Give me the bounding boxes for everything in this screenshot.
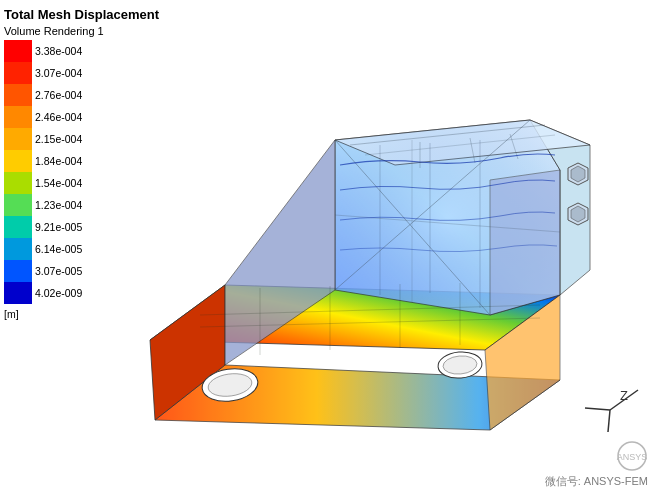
- legend-color-swatch: [4, 282, 32, 304]
- legend-value-label: 4.02e-009: [35, 287, 82, 299]
- main-container: Z Total Mesh Displacement Volume Renderi…: [0, 0, 658, 501]
- watermark-text: 微信号: ANSYS-FEM: [545, 474, 648, 489]
- sub-title: Volume Rendering 1: [4, 24, 159, 38]
- legend-value-label: 9.21e-005: [35, 221, 82, 233]
- legend-color-swatch: [4, 84, 32, 106]
- legend-color-swatch: [4, 172, 32, 194]
- legend-color-swatch: [4, 216, 32, 238]
- legend-item: 1.84e-004: [4, 150, 82, 172]
- svg-marker-19: [490, 170, 560, 315]
- legend-item: 2.46e-004: [4, 106, 82, 128]
- legend-value-label: 3.07e-005: [35, 265, 82, 277]
- legend-value-label: 2.46e-004: [35, 111, 82, 123]
- legend-item: 3.07e-004: [4, 62, 82, 84]
- legend-item: 6.14e-005: [4, 238, 82, 260]
- visualization-scene: Z: [0, 0, 658, 501]
- watermark: ANSYS 微信号: ANSYS-FEM: [545, 440, 648, 489]
- legend-item: 4.02e-009: [4, 282, 82, 304]
- legend-color-swatch: [4, 238, 32, 260]
- legend-color-swatch: [4, 62, 32, 84]
- legend-color-swatch: [4, 194, 32, 216]
- legend-item: 1.54e-004: [4, 172, 82, 194]
- legend-value-label: 3.38e-004: [35, 45, 82, 57]
- legend-value-label: 6.14e-005: [35, 243, 82, 255]
- legend-value-label: 1.23e-004: [35, 199, 82, 211]
- legend-value-label: 2.15e-004: [35, 133, 82, 145]
- legend-item: 2.15e-004: [4, 128, 82, 150]
- legend-value-label: 2.76e-004: [35, 89, 82, 101]
- legend-item: 3.38e-004: [4, 40, 82, 62]
- color-legend: 3.38e-0043.07e-0042.76e-0042.46e-0042.15…: [4, 40, 82, 304]
- svg-text:ANSYS: ANSYS: [617, 452, 648, 462]
- legend-color-swatch: [4, 128, 32, 150]
- legend-unit: [m]: [4, 308, 19, 320]
- legend-value-label: 1.84e-004: [35, 155, 82, 167]
- legend-color-swatch: [4, 40, 32, 62]
- legend-item: 1.23e-004: [4, 194, 82, 216]
- title-block: Total Mesh Displacement Volume Rendering…: [4, 7, 159, 38]
- legend-item: 2.76e-004: [4, 84, 82, 106]
- legend-value-label: 3.07e-004: [35, 67, 82, 79]
- legend-color-swatch: [4, 150, 32, 172]
- legend-value-label: 1.54e-004: [35, 177, 82, 189]
- legend-color-swatch: [4, 260, 32, 282]
- legend-item: 9.21e-005: [4, 216, 82, 238]
- legend-color-swatch: [4, 106, 32, 128]
- watermark-logo: ANSYS: [616, 440, 648, 472]
- legend-item: 3.07e-005: [4, 260, 82, 282]
- main-title: Total Mesh Displacement: [4, 7, 159, 24]
